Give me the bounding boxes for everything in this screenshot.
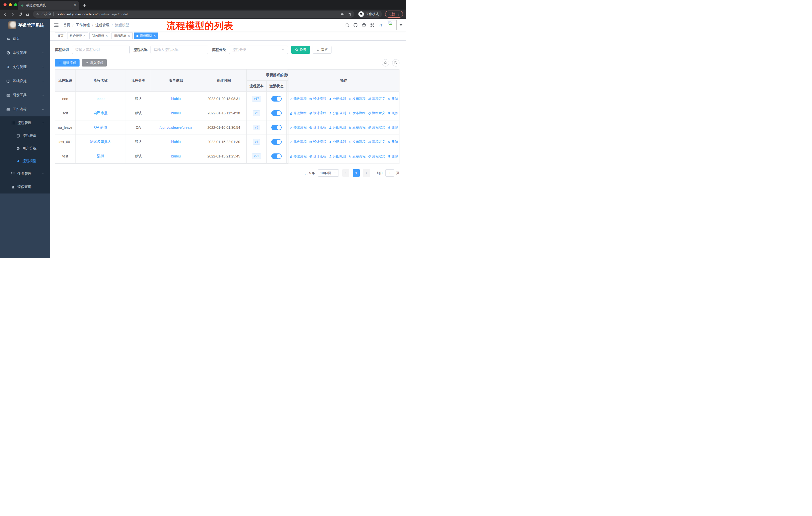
sidebar-item-流程模型[interactable]: 流程模型 (0, 155, 50, 167)
action-删除[interactable]: 删除 (388, 140, 398, 144)
reset-button[interactable]: 重置 (313, 46, 331, 54)
action-修改流程[interactable]: 修改流程 (289, 97, 307, 101)
font-size-icon[interactable]: TT (376, 23, 385, 27)
browser-tab[interactable]: 芋道管理系统 ✕ (18, 1, 79, 9)
new-tab-button[interactable] (83, 4, 86, 7)
action-发布流程[interactable]: 发布流程 (348, 154, 366, 159)
sidebar-item-任务管理[interactable]: 任务管理 (0, 167, 50, 181)
form-info-link[interactable]: biubiu (171, 97, 180, 101)
action-设计流程[interactable]: 设计流程 (309, 154, 326, 159)
breadcrumb-process-manage[interactable]: 流程管理 (95, 23, 110, 27)
import-process-button[interactable]: 导入流程 (82, 59, 107, 66)
active-toggle[interactable] (271, 96, 282, 102)
action-分配规则[interactable]: 分配规则 (329, 97, 346, 101)
action-流程定义[interactable]: 流程定义 (368, 140, 385, 144)
back-icon[interactable] (3, 12, 7, 17)
show-search-icon[interactable] (382, 59, 389, 66)
tag-close-icon[interactable]: ✕ (153, 34, 156, 37)
action-分配规则[interactable]: 分配规则 (329, 154, 346, 159)
help-icon[interactable] (360, 23, 368, 27)
active-toggle[interactable] (271, 110, 282, 116)
form-info-link[interactable]: biubiu (171, 140, 180, 144)
window-minimize-button[interactable] (9, 3, 12, 6)
sidebar-item-基础设施[interactable]: 基础设施 (0, 74, 50, 88)
create-process-button[interactable]: 新建流程 (55, 59, 80, 66)
home-icon[interactable] (25, 12, 30, 17)
action-修改流程[interactable]: 修改流程 (289, 111, 307, 115)
active-toggle[interactable] (271, 125, 282, 130)
action-流程定义[interactable]: 流程定义 (368, 97, 385, 101)
action-发布流程[interactable]: 发布流程 (348, 140, 366, 144)
sidebar-collapse-icon[interactable] (50, 23, 63, 28)
tag-close-icon[interactable]: ✕ (127, 34, 130, 37)
sidebar-item-用户分组[interactable]: 用户分组 (0, 142, 50, 155)
address-bar[interactable]: 不安全 dashboard.yudao.iocoder.cn/bpm/manag… (33, 10, 354, 18)
tag-租户管理[interactable]: 租户管理✕ (67, 32, 88, 39)
active-toggle[interactable] (271, 139, 282, 145)
action-流程定义[interactable]: 流程定义 (368, 154, 385, 159)
process-name-link[interactable]: 滔博 (97, 154, 104, 159)
sidebar-item-系统管理[interactable]: 系统管理 (0, 46, 50, 60)
action-删除[interactable]: 删除 (388, 125, 398, 130)
browser-update-button[interactable]: 更新 (385, 10, 403, 18)
action-修改流程[interactable]: 修改流程 (289, 154, 307, 159)
action-修改流程[interactable]: 修改流程 (289, 125, 307, 130)
action-分配规则[interactable]: 分配规则 (329, 111, 346, 115)
page-size-select[interactable]: 10条/页 (318, 169, 339, 176)
sidebar-item-流程管理[interactable]: 流程管理 (0, 116, 50, 130)
action-删除[interactable]: 删除 (388, 97, 398, 101)
bookmark-star-icon[interactable] (348, 12, 352, 16)
action-设计流程[interactable]: 设计流程 (309, 97, 326, 101)
update-label[interactable]: 更新 (388, 12, 395, 17)
refresh-icon[interactable] (392, 59, 400, 66)
process-name-link[interactable]: OA 请假 (94, 125, 107, 130)
fullscreen-icon[interactable] (368, 23, 376, 27)
action-发布流程[interactable]: 发布流程 (348, 97, 366, 101)
goto-page-input[interactable]: 1 (385, 169, 394, 176)
github-icon[interactable] (351, 23, 360, 27)
action-分配规则[interactable]: 分配规则 (329, 140, 346, 144)
action-删除[interactable]: 删除 (388, 154, 398, 159)
page-number-current[interactable]: 1 (353, 169, 360, 176)
url-text[interactable]: dashboard.yudao.iocoder.cn/bpm/manager/m… (56, 12, 339, 16)
tag-首页[interactable]: 首页 (55, 32, 66, 39)
breadcrumb-workflow[interactable]: 工作流程 (76, 23, 90, 27)
process-name-link[interactable]: eeee (97, 97, 105, 101)
process-name-link[interactable]: 自己审批 (94, 111, 108, 115)
tag-我的流程[interactable]: 我的流程✕ (89, 32, 110, 39)
action-删除[interactable]: 删除 (388, 111, 398, 115)
sidebar-item-请假查询[interactable]: 请假查询 (0, 181, 50, 193)
process-name-link[interactable]: 测试多审批人 (90, 140, 111, 144)
search-button[interactable]: 搜索 (291, 46, 310, 54)
form-info-link[interactable]: biubiu (171, 154, 180, 158)
app-logo-row[interactable]: 芋道管理系统 (0, 19, 50, 32)
form-info-link[interactable]: biubiu (171, 111, 180, 115)
tab-close-icon[interactable]: ✕ (74, 3, 77, 7)
action-修改流程[interactable]: 修改流程 (289, 140, 307, 144)
window-close-button[interactable] (3, 3, 6, 6)
forward-icon[interactable] (10, 12, 15, 17)
security-warning-icon[interactable] (36, 12, 39, 16)
tag-close-icon[interactable]: ✕ (83, 34, 86, 37)
security-label[interactable]: 不安全 (41, 12, 51, 17)
browser-menu-dots-icon[interactable] (397, 12, 401, 16)
action-发布流程[interactable]: 发布流程 (348, 125, 366, 130)
process-id-input[interactable]: 请输入流程标识 (72, 46, 129, 54)
active-toggle[interactable] (271, 154, 282, 159)
process-name-input[interactable]: 请输入流程名称 (150, 46, 208, 54)
reload-icon[interactable] (18, 12, 22, 16)
tag-close-icon[interactable]: ✕ (106, 34, 108, 37)
prev-page-button[interactable] (342, 169, 349, 176)
category-select[interactable]: 流程分类 (229, 46, 288, 54)
user-avatar[interactable] (387, 20, 397, 30)
tag-流程模型[interactable]: 流程模型✕ (134, 32, 158, 39)
action-发布流程[interactable]: 发布流程 (348, 111, 366, 115)
sidebar-item-支付管理[interactable]: ¥支付管理 (0, 60, 50, 74)
next-page-button[interactable] (363, 169, 370, 176)
window-zoom-button[interactable] (14, 3, 17, 6)
form-info-link[interactable]: /bpm/oa/leave/create (160, 126, 193, 130)
sidebar-item-流程表单[interactable]: 流程表单 (0, 130, 50, 142)
action-分配规则[interactable]: 分配规则 (329, 125, 346, 130)
key-icon[interactable] (341, 12, 345, 16)
breadcrumb-home[interactable]: 首页 (63, 23, 70, 27)
